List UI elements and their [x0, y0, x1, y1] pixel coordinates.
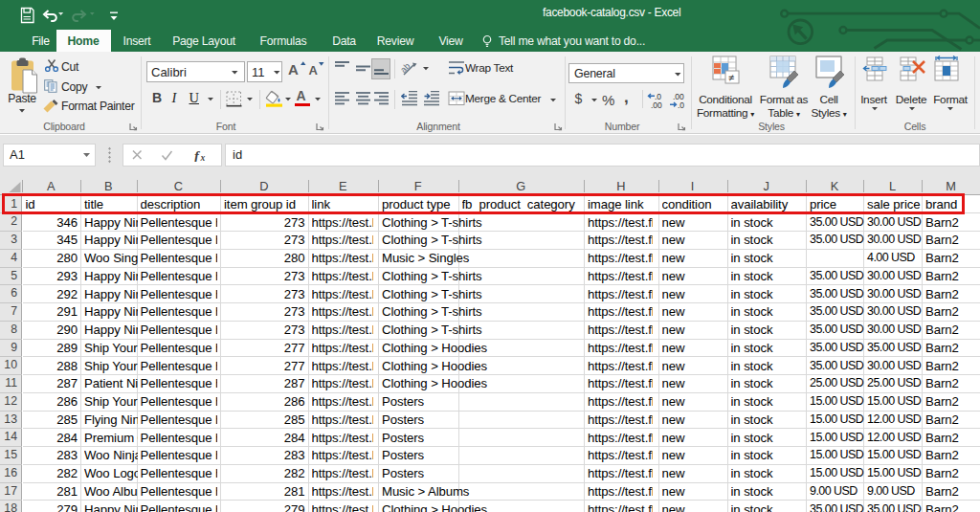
svg-text:x: x [200, 153, 206, 163]
svg-text:ab: ab [401, 61, 412, 75]
svg-text:.00: .00 [651, 100, 662, 109]
svg-text:≠: ≠ [728, 72, 734, 83]
